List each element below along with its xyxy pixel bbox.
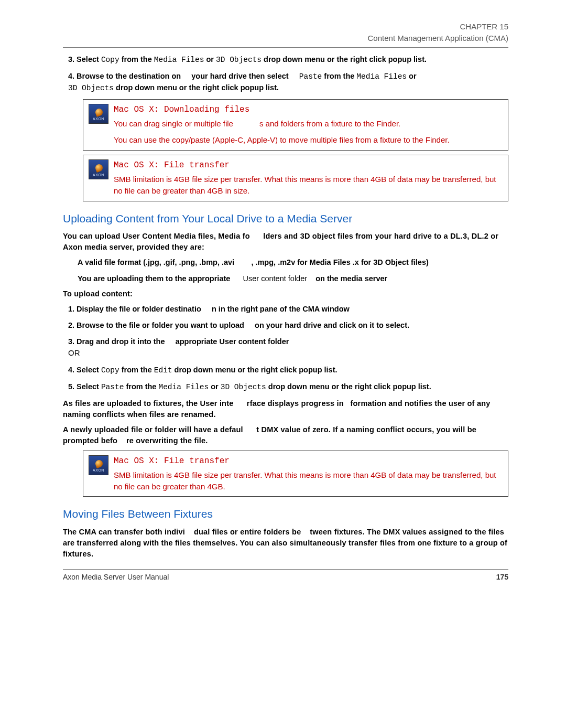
footer: Axon Media Server User Manual 175: [63, 572, 508, 582]
text: 1. Display the file or folder destinatio: [68, 305, 201, 313]
text: You can upload User Content Media files,…: [63, 232, 250, 240]
menu-3d-objects: 3D Objects: [68, 84, 114, 92]
icon-label: AXON: [89, 173, 108, 178]
menu-paste: Paste: [101, 383, 124, 391]
footer-rule: [63, 569, 508, 570]
note-body: SMB limitation is 4GB file size per tran…: [114, 174, 503, 197]
text: from the: [126, 382, 158, 391]
to-upload-label: To upload content:: [63, 288, 508, 299]
chapter-header: CHAPTER 15 Content Management Applicatio…: [63, 21, 508, 44]
menu-media-files: Media Files: [356, 72, 407, 81]
page: CHAPTER 15 Content Management Applicatio…: [0, 0, 566, 728]
menu-media-files: Media Files: [154, 56, 204, 64]
note-downloading-files: AXON Mac OS X: Downloading files You can…: [83, 99, 508, 151]
step-3: 3. Select Copy from the Media Files or 3…: [68, 54, 508, 66]
progress-para: As files are uploaded to fixtures, the U…: [63, 398, 508, 420]
text: As files are uploaded to fixtures, the U…: [63, 399, 233, 408]
text: A valid file format (.jpg, .gif, .png, .…: [78, 258, 234, 266]
text: n in the right pane of the CMA window: [212, 305, 350, 313]
note-file-transfer-2: AXON Mac OS X: File transfer SMB limitat…: [83, 451, 508, 497]
icon-label: AXON: [89, 468, 108, 473]
text: You are uploading them to the appropriat…: [78, 274, 232, 283]
text: from the: [324, 72, 356, 80]
text: drop down menu or the right click popup …: [116, 83, 279, 92]
text: from the: [122, 55, 154, 63]
chapter-title: Content Management Application (CMA): [63, 33, 508, 44]
heading-uploading: Uploading Content from Your Local Drive …: [63, 211, 508, 227]
text: , .mpg, .m2v for Media Files .x for 3D O…: [251, 258, 428, 266]
menu-copy: Copy: [101, 366, 119, 374]
step-4: 4. Browse to the destination on your har…: [68, 71, 508, 94]
text: drop down menu or the right click popup …: [264, 55, 427, 63]
menu-3d-objects: 3D Objects: [221, 383, 266, 391]
chapter-number: CHAPTER 15: [63, 21, 508, 33]
text: or: [206, 55, 216, 63]
text: or: [409, 72, 417, 80]
text: 3. Select: [68, 55, 101, 63]
menu-edit: Edit: [154, 366, 172, 374]
axon-icon: AXON: [89, 159, 108, 179]
menu-copy: Copy: [101, 56, 119, 64]
note-file-transfer-1: AXON Mac OS X: File transfer SMB limitat…: [83, 155, 508, 201]
bullet-2: You are uploading them to the appropriat…: [78, 273, 508, 284]
text: dual files or entire folders be: [194, 528, 301, 536]
upload-step-2: 2. Browse to the file or folder you want…: [68, 320, 508, 331]
note-body: SMB limitation is 4GB file size per tran…: [114, 469, 503, 493]
note-title: Mac OS X: File transfer: [114, 455, 503, 467]
heading-moving: Moving Files Between Fixtures: [63, 506, 508, 522]
upload-step-1: 1. Display the file or folder destinatio…: [68, 304, 508, 315]
menu-3d-objects: 3D Objects: [216, 56, 262, 64]
upload-step-5: 5. Select Paste from the Media Files or …: [68, 381, 508, 393]
page-number: 175: [496, 572, 508, 582]
text: on the media server: [315, 274, 387, 283]
text: 3. Drag and drop it into the: [68, 337, 167, 346]
text: on your hard drive and click on it to se…: [255, 321, 409, 329]
note-line: You can drag single or multiple file s a…: [114, 118, 503, 130]
text: s and folders from a fixture to the Find…: [259, 119, 400, 128]
text: drop down menu or the right click popup …: [175, 366, 338, 374]
dmx-para: A newly uploaded file or folder will hav…: [63, 424, 508, 446]
text: The CMA can transfer both indivi: [63, 528, 185, 536]
header-rule: [63, 47, 508, 48]
note-title: Mac OS X: File transfer: [114, 159, 503, 172]
text: 4. Select: [68, 366, 101, 374]
text: A newly uploaded file or folder will hav…: [63, 425, 243, 434]
text: re overwriting the file.: [126, 436, 208, 445]
upload-intro: You can upload User Content Media files,…: [63, 231, 508, 253]
note-title: Mac OS X: Downloading files: [114, 104, 503, 116]
text: User content folder: [243, 274, 308, 283]
text: appropriate User content folder: [176, 337, 289, 346]
note-content: Mac OS X: File transfer SMB limitation i…: [114, 455, 503, 493]
note-content: Mac OS X: File transfer SMB limitation i…: [114, 159, 503, 197]
upload-step-3: 3. Drag and drop it into the appropriate…: [68, 336, 508, 359]
axon-icon: AXON: [89, 104, 108, 124]
text: 4. Browse to the destination on: [68, 72, 183, 80]
text: You can drag single or multiple file: [114, 119, 233, 128]
text: 2. Browse to the file or folder you want…: [68, 321, 246, 329]
note-line: You can use the copy/paste (Apple-C, App…: [114, 134, 503, 146]
text-or: OR: [68, 348, 80, 357]
text: drop down menu or the right click popup …: [268, 382, 431, 391]
upload-step-4: 4. Select Copy from the Edit drop down m…: [68, 365, 508, 376]
icon-label: AXON: [89, 116, 108, 122]
note-content: Mac OS X: Downloading files You can drag…: [114, 104, 503, 146]
menu-media-files: Media Files: [158, 383, 209, 391]
bullet-1: A valid file format (.jpg, .gif, .png, .…: [78, 257, 508, 268]
text: from the: [122, 366, 154, 374]
text: your hard drive then select: [191, 72, 290, 80]
text: 5. Select: [68, 382, 101, 391]
text: or: [211, 382, 221, 391]
manual-title: Axon Media Server User Manual: [63, 572, 169, 582]
moving-para: The CMA can transfer both indivi dual fi…: [63, 527, 508, 560]
menu-paste: Paste: [299, 72, 322, 81]
axon-icon: AXON: [89, 455, 108, 475]
text: rface displays progress in: [247, 399, 344, 408]
